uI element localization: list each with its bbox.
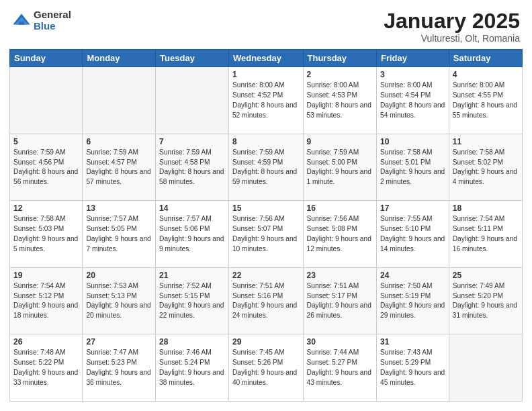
day-info: Sunrise: 7:46 AMSunset: 5:24 PMDaylight:… — [159, 348, 225, 387]
day-info: Sunrise: 7:56 AMSunset: 5:07 PMDaylight:… — [232, 214, 300, 254]
day-number: 9 — [307, 137, 373, 146]
day-number: 25 — [453, 271, 519, 280]
weekday-header-wednesday: Wednesday — [228, 50, 303, 67]
day-number: 21 — [159, 271, 225, 280]
day-number: 10 — [380, 137, 445, 146]
day-info: Sunrise: 7:53 AMSunset: 5:13 PMDaylight:… — [86, 281, 152, 321]
day-number: 14 — [159, 203, 225, 213]
day-number: 16 — [307, 203, 373, 213]
week-row-4: 19Sunrise: 7:54 AMSunset: 5:12 PMDayligh… — [10, 267, 523, 334]
day-info: Sunrise: 7:52 AMSunset: 5:15 PMDaylight:… — [159, 281, 225, 321]
day-number: 22 — [232, 271, 300, 280]
calendar-cell: 3Sunrise: 8:00 AMSunset: 4:54 PMDaylight… — [376, 67, 449, 134]
calendar-cell: 22Sunrise: 7:51 AMSunset: 5:16 PMDayligh… — [228, 267, 303, 334]
day-info: Sunrise: 7:58 AMSunset: 5:03 PMDaylight:… — [13, 214, 79, 254]
day-info: Sunrise: 8:00 AMSunset: 4:54 PMDaylight:… — [380, 81, 445, 120]
calendar-cell: 27Sunrise: 7:47 AMSunset: 5:23 PMDayligh… — [83, 334, 156, 402]
day-info: Sunrise: 7:45 AMSunset: 5:26 PMDaylight:… — [232, 348, 300, 387]
calendar-cell: 28Sunrise: 7:46 AMSunset: 5:24 PMDayligh… — [156, 334, 229, 402]
week-row-3: 12Sunrise: 7:58 AMSunset: 5:03 PMDayligh… — [10, 201, 523, 268]
weekday-header-friday: Friday — [376, 50, 449, 67]
day-number: 11 — [453, 137, 519, 146]
calendar-cell: 18Sunrise: 7:54 AMSunset: 5:11 PMDayligh… — [449, 201, 522, 268]
location: Vulturesti, Olt, Romania — [384, 33, 520, 44]
calendar-cell: 2Sunrise: 8:00 AMSunset: 4:53 PMDaylight… — [303, 67, 376, 134]
calendar-cell: 8Sunrise: 7:59 AMSunset: 4:59 PMDaylight… — [228, 134, 303, 201]
day-number: 28 — [159, 337, 225, 347]
calendar-cell — [10, 67, 83, 134]
day-number: 17 — [380, 203, 445, 213]
calendar-cell — [449, 334, 522, 402]
weekday-header-row: SundayMondayTuesdayWednesdayThursdayFrid… — [10, 50, 523, 67]
week-row-2: 5Sunrise: 7:59 AMSunset: 4:56 PMDaylight… — [10, 134, 523, 201]
calendar-cell: 10Sunrise: 7:58 AMSunset: 5:01 PMDayligh… — [376, 134, 449, 201]
calendar-cell: 30Sunrise: 7:44 AMSunset: 5:27 PMDayligh… — [303, 334, 376, 402]
weekday-header-tuesday: Tuesday — [156, 50, 229, 67]
day-info: Sunrise: 7:59 AMSunset: 4:56 PMDaylight:… — [13, 148, 79, 187]
day-number: 26 — [13, 337, 79, 347]
svg-rect-2 — [19, 21, 24, 24]
calendar-cell: 23Sunrise: 7:51 AMSunset: 5:17 PMDayligh… — [303, 267, 376, 334]
logo: General Blue — [12, 9, 71, 32]
day-number: 23 — [307, 271, 373, 280]
day-number: 30 — [307, 337, 373, 347]
day-info: Sunrise: 7:48 AMSunset: 5:22 PMDaylight:… — [13, 348, 79, 387]
calendar-cell: 1Sunrise: 8:00 AMSunset: 4:52 PMDaylight… — [228, 67, 303, 134]
day-number: 20 — [86, 271, 152, 280]
calendar-cell: 12Sunrise: 7:58 AMSunset: 5:03 PMDayligh… — [10, 201, 83, 268]
day-info: Sunrise: 7:57 AMSunset: 5:06 PMDaylight:… — [159, 214, 225, 254]
calendar-cell: 31Sunrise: 7:43 AMSunset: 5:29 PMDayligh… — [376, 334, 449, 402]
day-info: Sunrise: 7:58 AMSunset: 5:02 PMDaylight:… — [453, 148, 519, 187]
day-info: Sunrise: 7:51 AMSunset: 5:16 PMDaylight:… — [232, 281, 300, 321]
day-number: 4 — [453, 70, 519, 79]
day-info: Sunrise: 7:59 AMSunset: 4:57 PMDaylight:… — [86, 148, 152, 187]
weekday-header-saturday: Saturday — [449, 50, 522, 67]
day-number: 18 — [453, 203, 519, 213]
calendar-cell — [83, 67, 156, 134]
day-info: Sunrise: 7:56 AMSunset: 5:08 PMDaylight:… — [307, 214, 373, 254]
day-number: 29 — [232, 337, 300, 347]
logo-text: General Blue — [34, 9, 71, 32]
day-info: Sunrise: 7:54 AMSunset: 5:12 PMDaylight:… — [13, 281, 79, 321]
day-info: Sunrise: 7:47 AMSunset: 5:23 PMDaylight:… — [86, 348, 152, 387]
day-info: Sunrise: 8:00 AMSunset: 4:52 PMDaylight:… — [232, 81, 300, 120]
day-info: Sunrise: 7:44 AMSunset: 5:27 PMDaylight:… — [307, 348, 373, 387]
day-number: 2 — [307, 70, 373, 79]
logo-blue: Blue — [34, 21, 71, 32]
calendar-cell: 5Sunrise: 7:59 AMSunset: 4:56 PMDaylight… — [10, 134, 83, 201]
day-number: 13 — [86, 203, 152, 213]
calendar-cell: 11Sunrise: 7:58 AMSunset: 5:02 PMDayligh… — [449, 134, 522, 201]
day-info: Sunrise: 7:59 AMSunset: 4:59 PMDaylight:… — [232, 148, 300, 187]
calendar-cell: 7Sunrise: 7:59 AMSunset: 4:58 PMDaylight… — [156, 134, 229, 201]
day-number: 1 — [232, 70, 300, 79]
week-row-5: 26Sunrise: 7:48 AMSunset: 5:22 PMDayligh… — [10, 334, 523, 402]
day-info: Sunrise: 7:59 AMSunset: 4:58 PMDaylight:… — [159, 148, 225, 187]
calendar-table: SundayMondayTuesdayWednesdayThursdayFrid… — [9, 49, 523, 402]
day-info: Sunrise: 7:55 AMSunset: 5:10 PMDaylight:… — [380, 214, 445, 254]
day-number: 8 — [232, 137, 300, 146]
calendar-cell: 19Sunrise: 7:54 AMSunset: 5:12 PMDayligh… — [10, 267, 83, 334]
title-area: January 2025 Vulturesti, Olt, Romania — [384, 9, 520, 44]
weekday-header-sunday: Sunday — [10, 50, 83, 67]
day-info: Sunrise: 7:43 AMSunset: 5:29 PMDaylight:… — [380, 348, 445, 387]
calendar-cell: 25Sunrise: 7:49 AMSunset: 5:20 PMDayligh… — [449, 267, 522, 334]
day-info: Sunrise: 7:57 AMSunset: 5:05 PMDaylight:… — [86, 214, 152, 254]
month-title: January 2025 — [384, 9, 520, 33]
day-info: Sunrise: 8:00 AMSunset: 4:55 PMDaylight:… — [453, 81, 519, 120]
day-info: Sunrise: 7:51 AMSunset: 5:17 PMDaylight:… — [307, 281, 373, 321]
weekday-header-monday: Monday — [83, 50, 156, 67]
calendar-cell: 13Sunrise: 7:57 AMSunset: 5:05 PMDayligh… — [83, 201, 156, 268]
logo-general: General — [34, 9, 71, 21]
calendar-cell — [156, 67, 229, 134]
calendar-cell: 9Sunrise: 7:59 AMSunset: 5:00 PMDaylight… — [303, 134, 376, 201]
day-info: Sunrise: 7:49 AMSunset: 5:20 PMDaylight:… — [453, 281, 519, 321]
day-number: 12 — [13, 203, 79, 213]
day-number: 15 — [232, 203, 300, 213]
calendar-cell: 15Sunrise: 7:56 AMSunset: 5:07 PMDayligh… — [228, 201, 303, 268]
day-number: 27 — [86, 337, 152, 347]
calendar-cell: 14Sunrise: 7:57 AMSunset: 5:06 PMDayligh… — [156, 201, 229, 268]
calendar-cell: 21Sunrise: 7:52 AMSunset: 5:15 PMDayligh… — [156, 267, 229, 334]
calendar-cell: 20Sunrise: 7:53 AMSunset: 5:13 PMDayligh… — [83, 267, 156, 334]
weekday-header-thursday: Thursday — [303, 50, 376, 67]
day-info: Sunrise: 7:54 AMSunset: 5:11 PMDaylight:… — [453, 214, 519, 254]
